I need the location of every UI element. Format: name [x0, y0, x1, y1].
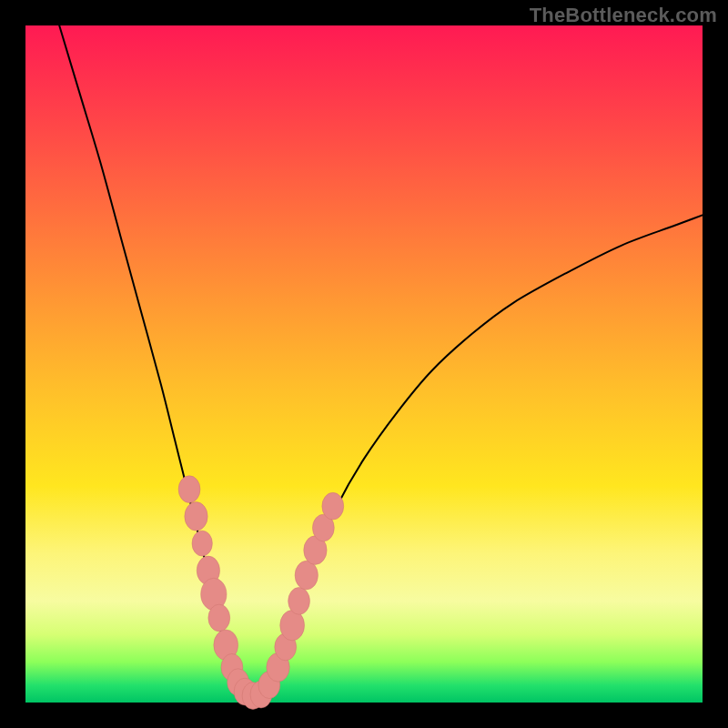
chart-svg: [25, 25, 703, 703]
curve-marker: [192, 531, 212, 556]
watermark-text: TheBottleneck.com: [530, 4, 717, 27]
curve-marker: [288, 588, 310, 615]
curve-marker: [178, 476, 200, 503]
curve-marker: [208, 604, 230, 632]
curve-marker: [280, 610, 305, 640]
curve-marker: [322, 492, 344, 520]
curve-marker: [185, 502, 207, 531]
bottleneck-curve: [59, 25, 703, 696]
curve-marker: [295, 561, 318, 590]
curve-markers: [178, 476, 344, 710]
chart-frame: TheBottleneck.com: [0, 0, 728, 728]
chart-plot-area: [25, 25, 703, 703]
